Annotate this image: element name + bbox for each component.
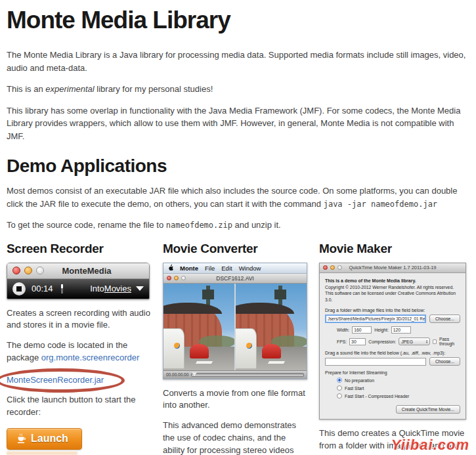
compression-dropdown: JPEG▴▾ (399, 337, 430, 345)
white-van-graphic (163, 328, 184, 369)
montescreenrecorder-jar-link[interactable]: MonteScreenRecorder.jar (7, 375, 104, 385)
movie-converter-heading: Movie Converter (163, 242, 309, 256)
screenrecorder-package-link[interactable]: org.monte.screenrecorder (41, 353, 140, 362)
close-traffic-light-icon (12, 267, 20, 274)
video-timeline: 00.00.00.00 (163, 370, 307, 379)
intro2-post: library for my personal studies! (95, 84, 213, 94)
pass-through-label: Pass through (439, 337, 460, 346)
maker-demo-line: This is a demo of the Monte Media librar… (325, 278, 460, 284)
zoom-traffic-light-icon (36, 267, 44, 274)
maker-copyright-line: Copyright © 2010-2012 Werner Randelshofe… (325, 284, 460, 291)
recorder-titlebar: MonteMedia (7, 263, 149, 279)
page: Monte Media Library The Monte Media Libr… (0, 0, 476, 455)
choose-folder-button: Choose... (429, 314, 460, 323)
compression-value: JPEG (401, 339, 413, 344)
montemedia-recorder-screenshot: MonteMedia 00:14 Into Movies (7, 263, 150, 299)
lane-marking (268, 361, 285, 364)
white-van-graphic (236, 328, 257, 369)
radio-selected-icon (337, 378, 342, 383)
compression-label: Compression: (368, 339, 396, 344)
red-car-graphic (262, 344, 281, 358)
fps-label: FPS: (337, 339, 347, 344)
recorder-launch-instruction: Click the launch button to start the rec… (7, 394, 152, 419)
radio-fast-start-label: Fast Start (345, 386, 364, 391)
dropdown-arrows-icon: ▴▾ (426, 339, 427, 343)
demo-paragraph-1: Most demos consist of an executable JAR … (7, 184, 469, 210)
launch-button-reflection (7, 452, 77, 455)
menu-item: File (205, 265, 215, 272)
create-quicktime-movie-button: Create QuickTime Movie... (396, 405, 460, 414)
playhead-icon (192, 372, 197, 376)
right-video-frame (236, 284, 307, 370)
menu-item: Edit (221, 265, 232, 272)
minimize-traffic-light-icon (24, 267, 32, 274)
converter-description-2: This advanced demo demonstrates the use … (163, 420, 309, 455)
fps-compression-row: FPS: 30 Compression: JPEG▴▾ Pass through (337, 337, 460, 346)
maker-window-body: This is a demo of the Monte Media librar… (320, 273, 465, 420)
radio-fast-start-compressed-label: Fast Start - Compressed Header (345, 394, 409, 399)
red-car-graphic (190, 344, 209, 358)
converter-description-1: Converts a movie from one file format in… (163, 387, 309, 412)
chevron-down-icon (136, 286, 144, 291)
maker-license-line: This software can be licensed under Crea… (325, 290, 460, 303)
height-field: 120 (391, 326, 411, 334)
demo-p2-text: To get the source code, rename the file … (7, 220, 166, 230)
timecode: 00.00.00.00 (166, 372, 188, 377)
radio-fast-start: Fast Start (337, 385, 460, 391)
movies-label: Movies (104, 284, 131, 293)
audio-level-meter (61, 284, 63, 293)
van-logo (246, 343, 252, 349)
stop-icon (16, 286, 22, 292)
intro-paragraph-3: This library has some overlap in functio… (7, 104, 469, 143)
radio-no-preparation: No preparation (337, 378, 460, 383)
van-logo (174, 343, 180, 349)
movie-maker-screenshot: QuickTime Movie Maker 1.7 2011-03-19 Thi… (319, 263, 466, 420)
drag-folder-label: Drag a folder with image files into the … (325, 308, 460, 313)
into-movies-dropdown: Into Movies (90, 284, 144, 293)
drag-sound-label: Drag a sound file into the field below (… (325, 351, 460, 355)
intro2-pre: This is an (7, 84, 45, 94)
maker-window-titlebar: QuickTime Movie Maker 1.7 2011-03-19 (320, 263, 465, 273)
left-video-frame (163, 284, 234, 370)
lane-marking (196, 361, 213, 364)
height-label: Height: (374, 328, 389, 332)
streaming-label: Prepare for Internet Streaming (325, 370, 460, 375)
menu-item: Window (239, 265, 261, 272)
intro2-emphasis: experimental (45, 84, 94, 94)
stereo-video-frames (163, 284, 307, 370)
page-title: Monte Media Library (7, 7, 469, 34)
width-field: 160 (352, 326, 372, 334)
maker-window-title: QuickTime Movie Maker 1.7 2011-03-19 (320, 265, 465, 271)
movie-maker-column: Movie Maker QuickTime Movie Maker 1.7 20… (319, 240, 465, 455)
sound-path-field (325, 358, 426, 366)
mac-menubar: Monte File Edit Window (163, 263, 307, 274)
recorder-launch-button[interactable]: Launch (7, 428, 82, 450)
movie-maker-heading: Movie Maker (319, 242, 465, 256)
demo-p2-filename: nameofdemo.zip (166, 221, 232, 230)
movie-converter-column: Movie Converter Monte File Edit Window D… (163, 240, 309, 455)
demo-paragraph-2: To get the source code, rename the file … (7, 219, 469, 232)
apple-logo-icon (168, 264, 173, 272)
folder-path-field: Jsers/Shared/Media/Pictures/Finepix 3D/2… (325, 314, 426, 323)
dimensions-row: Width: 160 Height: 120 (337, 326, 460, 334)
demo-p1-command: java -jar nameofdemo.jar (324, 200, 437, 209)
stop-record-button (12, 282, 26, 295)
create-movie-row: Create QuickTime Movie... (325, 405, 460, 414)
screen-recorder-column: Screen Recorder MonteMedia 00:14 Into Mo… (7, 240, 152, 455)
into-label: Into (90, 284, 104, 293)
recorder-controls-bar: 00:14 Into Movies (7, 279, 149, 299)
menu-item: Monte (180, 265, 198, 272)
recorder-window-title: MonteMedia (48, 266, 125, 276)
converter-window-titlebar: DSCF1612.AVI (163, 274, 307, 284)
choose-sound-button: Choose... (429, 357, 460, 366)
recorder-jar-row: MonteScreenRecorder.jar (7, 375, 152, 385)
recorder-package-paragraph: The demo code is located in the package … (7, 339, 152, 364)
width-label: Width: (337, 328, 349, 332)
timeline-track (191, 373, 304, 377)
pass-through-checkbox (433, 339, 437, 344)
recorder-launch-label: Launch (31, 433, 68, 444)
movie-converter-screenshot: Monte File Edit Window DSCF1612.AVI (163, 263, 307, 379)
screen-recorder-heading: Screen Recorder (7, 242, 152, 256)
demo-p2-post: and unzip it. (232, 220, 281, 230)
radio-fast-start-compressed: Fast Start - Compressed Header (337, 393, 460, 399)
